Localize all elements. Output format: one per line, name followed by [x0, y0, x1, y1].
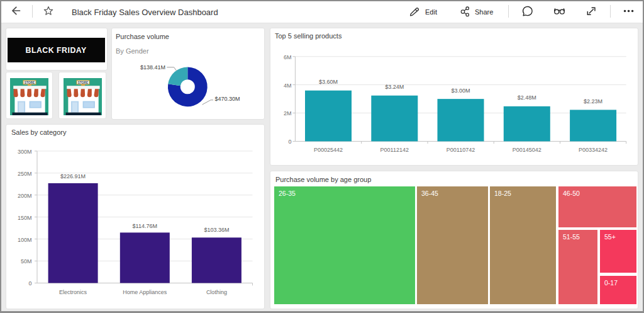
svg-text:$470.30M: $470.30M: [215, 96, 240, 102]
svg-text:0: 0: [288, 139, 291, 145]
svg-text:0: 0: [28, 280, 31, 287]
svg-text:P00110742: P00110742: [447, 147, 475, 153]
svg-text:P00025442: P00025442: [314, 147, 343, 153]
svg-text:4M: 4M: [284, 83, 292, 89]
svg-text:$3.00M: $3.00M: [451, 88, 470, 94]
svg-text:$3.60M: $3.60M: [319, 79, 338, 85]
svg-text:150M: 150M: [18, 215, 32, 221]
svg-text:$226.91M: $226.91M: [60, 173, 86, 179]
svg-text:Home Appliances: Home Appliances: [123, 289, 167, 295]
svg-text:$114.76M: $114.76M: [133, 223, 157, 229]
svg-text:300M: 300M: [18, 149, 32, 155]
svg-text:6M: 6M: [284, 54, 292, 60]
svg-text:$3.24M: $3.24M: [385, 84, 404, 90]
svg-text:200M: 200M: [18, 193, 32, 199]
svg-text:$2.23M: $2.23M: [584, 98, 602, 105]
svg-text:$2.48M: $2.48M: [518, 94, 536, 101]
svg-text:Clothing: Clothing: [206, 289, 227, 295]
svg-text:250M: 250M: [18, 171, 32, 177]
svg-text:P00112142: P00112142: [380, 147, 409, 153]
svg-text:$103.36M: $103.36M: [204, 227, 229, 233]
svg-text:P00145042: P00145042: [513, 147, 541, 153]
svg-text:100M: 100M: [18, 237, 32, 243]
svg-text:2M: 2M: [284, 110, 292, 117]
svg-text:50M: 50M: [21, 258, 32, 265]
svg-text:Electronics: Electronics: [59, 289, 87, 295]
svg-text:$138.41M: $138.41M: [140, 64, 165, 71]
svg-text:P00334242: P00334242: [579, 147, 608, 153]
